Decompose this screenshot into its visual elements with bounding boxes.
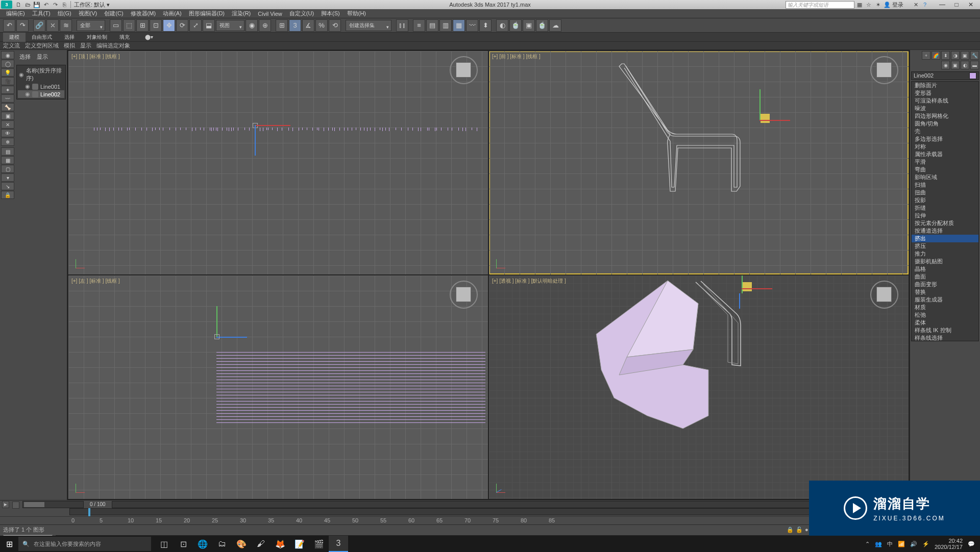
cloud-icon[interactable]: ✕: [912, 1, 920, 9]
material-editor-button[interactable]: ◐: [496, 19, 508, 32]
modifier-item[interactable]: 变形器: [912, 89, 978, 97]
scene-explorer-button[interactable]: ▥: [439, 19, 452, 32]
modifier-item[interactable]: 属性承载器: [912, 150, 978, 158]
scene-item-line002[interactable]: ◉ Line002: [18, 90, 64, 98]
subribbon-defidle[interactable]: 定义空闲区域: [25, 42, 59, 49]
render-online-button[interactable]: ☁: [549, 19, 561, 32]
se-filter-hidden-icon[interactable]: 👁: [1, 129, 14, 137]
modifier-item[interactable]: 圆角/切角: [912, 120, 978, 128]
modifier-item[interactable]: 摄影机贴图: [912, 258, 978, 265]
modifier-item[interactable]: 松弛: [912, 311, 978, 319]
login-link[interactable]: 登录: [892, 1, 903, 9]
viewport-label[interactable]: [+] [顶 ] [标准 ] [线框 ]: [71, 53, 120, 60]
viewport-left[interactable]: [+] [左 ] [标准 ] [线框 ] for(let i=0;i<24;i+…: [68, 275, 488, 499]
modifier-item[interactable]: 可渲染样条线: [912, 97, 978, 105]
modifier-item[interactable]: 按元素分配材质: [912, 219, 978, 227]
exchange-icon[interactable]: ✶: [874, 1, 882, 9]
modifier-item[interactable]: 投影: [912, 196, 978, 204]
link-button[interactable]: 🔗: [33, 19, 45, 32]
se-filter-light-icon[interactable]: 💡: [1, 68, 14, 77]
scene-tab-select[interactable]: 选择: [19, 53, 31, 61]
subribbon-display[interactable]: 显示: [80, 42, 91, 49]
unlink-button[interactable]: ⤫: [46, 19, 59, 32]
start-button[interactable]: ⊞: [0, 536, 18, 552]
viewcube[interactable]: [450, 56, 478, 84]
viewport-label[interactable]: [+] [左 ] [标准 ] [线框 ]: [71, 278, 120, 285]
link-icon[interactable]: ⎘: [60, 1, 68, 9]
tb-app-recorder[interactable]: 🎬: [309, 536, 329, 552]
se-tool2-icon[interactable]: ▦: [1, 156, 14, 164]
spinner-snap-button[interactable]: ⟲: [329, 19, 341, 32]
se-filter-space-icon[interactable]: 〰: [1, 94, 14, 103]
workspace-dropdown[interactable]: 工作区: 默认 ▾: [74, 1, 110, 9]
se-filter-xref-icon[interactable]: ✕: [1, 120, 14, 129]
se-filter-bone-icon[interactable]: 🦴: [1, 103, 14, 111]
se-filter-geom-icon[interactable]: ◉: [1, 51, 14, 59]
modifier-item[interactable]: 挤压: [912, 242, 978, 250]
modifier-item[interactable]: 四边形网格化: [912, 112, 978, 120]
render-frame-button[interactable]: ▣: [523, 19, 535, 32]
menu-group[interactable]: 组(G): [55, 9, 75, 18]
subribbon-sim[interactable]: 模拟: [64, 42, 75, 49]
tb-app-edge[interactable]: 🌐: [193, 536, 212, 552]
modifier-list[interactable]: 删除面片变形器可渲染样条线噪波四边形网格化圆角/切角壳多边形选择对称属性承载器平…: [911, 81, 979, 341]
menu-customize[interactable]: 自定义(U): [286, 9, 317, 18]
viewport-perspective[interactable]: [+] [透视 ] [标准 ] [默认明暗处理 ]: [489, 275, 909, 499]
mirror-button[interactable]: ⫿⫿: [396, 19, 408, 32]
ribbon-tab-model[interactable]: 建模: [3, 33, 26, 42]
mini-curve-icon[interactable]: [12, 501, 19, 509]
modifier-item[interactable]: 删除面片: [912, 82, 978, 89]
tray-battery-icon[interactable]: ⚡: [922, 541, 929, 547]
cp-hierarchy-tab[interactable]: ⬍: [941, 51, 950, 60]
help-search-input[interactable]: 输入关键字或短语: [786, 1, 854, 9]
rotate-button[interactable]: ⟳: [176, 19, 188, 32]
maximize-button[interactable]: □: [949, 1, 964, 9]
paint-select-button[interactable]: ⊡: [150, 19, 162, 32]
favorite-icon[interactable]: ☆: [865, 1, 873, 9]
expand-trackbar-icon[interactable]: ▸: [2, 501, 9, 508]
subscription-icon[interactable]: ▦: [855, 1, 864, 9]
se-filter-group-icon[interactable]: ▣: [1, 112, 14, 120]
cp-create-tab[interactable]: +: [922, 51, 930, 60]
menu-create[interactable]: 创建(C): [101, 9, 126, 18]
layer-button[interactable]: ▤: [426, 19, 438, 32]
modifier-item[interactable]: 挤出: [912, 235, 978, 242]
menu-civil-view[interactable]: Civil View: [255, 10, 285, 17]
render-setup-button[interactable]: 🍵: [509, 19, 522, 32]
modifier-item[interactable]: 多边形选择: [912, 135, 978, 143]
time-cursor[interactable]: [88, 508, 90, 516]
ribbon-tab-objectpaint[interactable]: 对象绘制: [81, 33, 113, 42]
help-icon[interactable]: ?: [921, 1, 929, 9]
cp-display-tab[interactable]: ▣: [961, 51, 969, 60]
viewcube[interactable]: [450, 281, 478, 309]
modifier-item[interactable]: 柔体: [912, 319, 978, 327]
subribbon-editsel[interactable]: 编辑选定对象: [96, 42, 130, 49]
named-selection-dropdown[interactable]: 创建选择集: [346, 20, 391, 31]
menu-animation[interactable]: 动画(A): [160, 9, 185, 18]
tb-app-paint[interactable]: 🎨: [232, 536, 251, 552]
modifier-item[interactable]: 扭曲: [912, 189, 978, 196]
menu-script[interactable]: 脚本(S): [318, 9, 343, 18]
modifier-item[interactable]: 材质: [912, 304, 978, 311]
menu-edit[interactable]: 编辑(E): [3, 9, 28, 18]
tb-app-explorer[interactable]: 🗂: [212, 536, 232, 552]
eye-icon[interactable]: ◉: [25, 91, 30, 97]
eye-icon[interactable]: ◉: [19, 71, 24, 78]
se-tool1-icon[interactable]: ▤: [1, 147, 14, 156]
snap-button[interactable]: 3: [289, 19, 301, 32]
subribbon-defflow[interactable]: 定义流: [3, 42, 20, 49]
modifier-item[interactable]: 影响区域: [912, 173, 978, 181]
close-button[interactable]: ✕: [964, 1, 978, 9]
angle-snap-button[interactable]: ∡: [302, 19, 314, 32]
se-filter-frozen-icon[interactable]: ❄: [1, 138, 14, 146]
modifier-item[interactable]: 服装生成器: [912, 296, 978, 304]
cp-sub4-icon[interactable]: ▬: [970, 61, 979, 69]
object-name-field[interactable]: Line002: [911, 71, 979, 80]
se-tool3-icon[interactable]: ▢: [1, 165, 14, 173]
modifier-item[interactable]: 晶格: [912, 265, 978, 273]
viewport-label[interactable]: [+] [前 ] [标准 ] [线框 ]: [492, 53, 541, 60]
modifier-item[interactable]: 替换: [912, 288, 978, 296]
tray-notification-icon[interactable]: 💬: [968, 541, 975, 547]
cp-sub1-icon[interactable]: ◉: [941, 61, 950, 69]
scene-root[interactable]: ◉ 名称(按升序排序): [18, 66, 64, 83]
